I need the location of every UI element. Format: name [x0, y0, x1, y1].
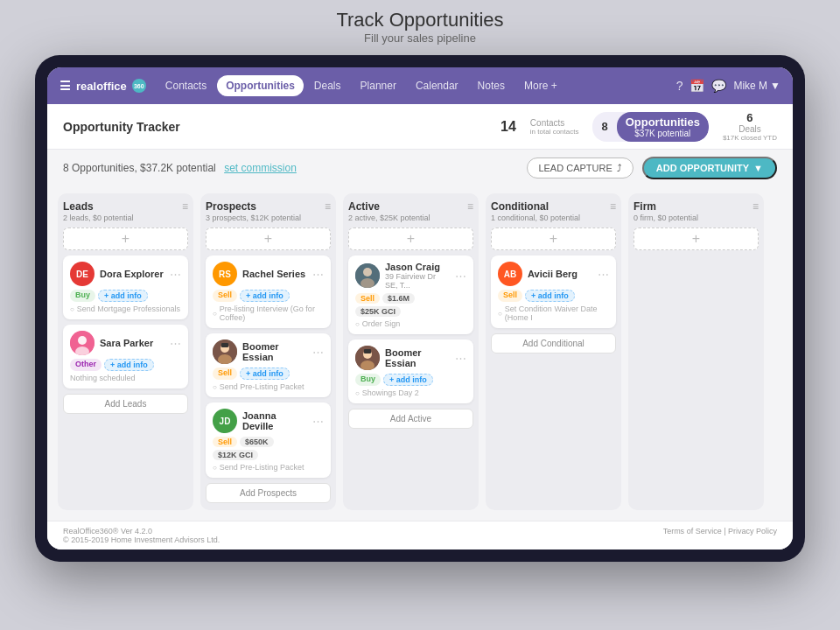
card-menu-avicii[interactable]: ⋯ — [598, 268, 609, 281]
navbar: ☰ realoffice 360 Contacts Opportunities … — [47, 67, 793, 104]
column-leads-subtitle: 2 leads, $0 potential — [63, 214, 134, 222]
calendar-icon[interactable]: 📅 — [690, 79, 704, 93]
tags-sara: Other + add info — [70, 359, 181, 371]
column-prospects-subtitle: 3 prospects, $12K potential — [206, 214, 301, 222]
opportunities-center: Opportunities $37K potential — [617, 112, 709, 142]
tag-add-rachel[interactable]: + add info — [240, 290, 290, 302]
nav-more[interactable]: More + — [515, 75, 566, 96]
name-avicii: Avicii Berg — [528, 269, 592, 279]
page-title: Track Opportunities — [336, 9, 503, 32]
status-jason: ○ Order Sign — [355, 319, 466, 328]
nav-planner[interactable]: Planner — [352, 75, 405, 96]
tags-boomer-p: Sell + add info — [213, 368, 324, 380]
card-jason-craig: Jason Craig 39 Fairview Dr SE, T... ⋯ Se… — [348, 256, 473, 334]
column-active-subtitle: 2 active, $25K potential — [348, 214, 430, 222]
card-menu-jason[interactable]: ⋯ — [455, 270, 466, 283]
tag-add-boomer-a[interactable]: + add info — [383, 374, 433, 386]
svg-point-8 — [363, 268, 372, 276]
column-leads-menu[interactable]: ≡ — [182, 200, 188, 213]
nav-links: Contacts Opportunities Deals Planner Cal… — [157, 75, 666, 96]
svg-rect-6 — [221, 343, 228, 347]
tag-price-joanna: $650K — [240, 437, 274, 447]
brand-text: realoffice — [76, 80, 127, 93]
status-dora: ○ Send Mortgage Professionals — [70, 304, 181, 313]
add-leads-button[interactable]: Add Leads — [63, 394, 188, 414]
column-active-menu[interactable]: ≡ — [467, 200, 473, 213]
page-title-area: Track Opportunities Fill your sales pipe… — [336, 9, 503, 45]
card-menu-joanna[interactable]: ⋯ — [312, 415, 324, 428]
user-name: Mike M — [733, 80, 767, 92]
column-conditional-menu[interactable]: ≡ — [610, 200, 616, 213]
add-active-button[interactable]: Add Active — [348, 409, 473, 429]
brand-360-badge: 360 — [132, 79, 146, 93]
card-dora-explorer: DE Dora Explorer ⋯ Buy + add info ○ Send… — [63, 256, 188, 319]
column-prospects-add[interactable]: + — [206, 228, 331, 250]
column-conditional-title: Conditional — [491, 200, 580, 213]
nav-calendar[interactable]: Calendar — [407, 75, 467, 96]
name-rachel: Rachel Series — [242, 269, 307, 279]
status-dot: ○ — [70, 305, 74, 313]
commission-link[interactable]: set commission — [224, 162, 297, 174]
address-jason: 39 Fairview Dr SE, T... — [385, 272, 450, 290]
card-avicii-berg: AB Avicii Berg ⋯ Sell + add info ○ Set C… — [491, 256, 616, 328]
avatar-boomer-p — [213, 340, 237, 364]
contacts-label: Contacts in total contacts — [530, 118, 579, 136]
column-leads-add[interactable]: + — [63, 228, 188, 250]
navbar-brand: ☰ realoffice 360 — [60, 79, 146, 93]
opportunity-tracker-title: Opportunity Tracker — [63, 120, 180, 134]
card-menu-dora[interactable]: ⋯ — [170, 268, 181, 281]
tag-buy-dora: Buy — [70, 290, 95, 302]
name-sara: Sara Parker — [100, 338, 164, 348]
tag-add-boomer-p[interactable]: + add info — [240, 368, 290, 380]
kanban-board: Leads 2 leads, $0 potential ≡ + DE Dora … — [47, 186, 793, 521]
tag-sell-rachel: Sell — [213, 290, 237, 302]
lead-capture-icon: ⤴ — [617, 163, 622, 173]
card-menu-sara[interactable]: ⋯ — [170, 337, 181, 350]
add-opportunity-button[interactable]: ADD OPPORTUNITY ▼ — [642, 157, 777, 179]
user-menu[interactable]: Mike M ▼ — [733, 80, 780, 92]
tag-other-sara: Other — [70, 359, 102, 371]
column-active-add[interactable]: + — [348, 228, 473, 250]
nav-contacts[interactable]: Contacts — [157, 75, 215, 96]
column-prospects-title: Prospects — [206, 200, 301, 213]
tag-add-sara[interactable]: + add info — [104, 359, 154, 371]
footer-right[interactable]: Terms of Service | Privacy Policy — [663, 527, 777, 544]
tag-gci-joanna: $12K GCI — [213, 450, 258, 460]
column-prospects-menu[interactable]: ≡ — [325, 200, 331, 213]
nav-deals[interactable]: Deals — [305, 75, 350, 96]
column-firm-add[interactable]: + — [634, 228, 759, 250]
card-menu-boomer-a[interactable]: ⋯ — [455, 352, 466, 365]
avatar-joanna: JD — [213, 409, 237, 433]
column-firm-menu[interactable]: ≡ — [752, 200, 759, 213]
tag-price-jason: $1.6M — [382, 293, 415, 304]
add-conditional-button[interactable]: Add Conditional — [491, 333, 616, 354]
tag-sell-boomer-p: Sell — [213, 368, 237, 380]
tag-add-dora[interactable]: + add info — [98, 290, 148, 302]
status-joanna: ○ Send Pre-Listing Packet — [213, 463, 324, 472]
card-rachel-series: RS Rachel Series ⋯ Sell + add info ○ Pre… — [206, 256, 331, 328]
column-active-header: Active 2 active, $25K potential ≡ — [348, 200, 473, 222]
tag-add-avicii[interactable]: + add info — [525, 290, 575, 302]
card-boomer-prospects: Boomer Essian ⋯ Sell + add info ○ Send P… — [206, 333, 331, 397]
hamburger-icon[interactable]: ☰ — [60, 79, 71, 93]
chat-icon[interactable]: 💬 — [711, 79, 726, 93]
column-conditional-add[interactable]: + — [491, 228, 616, 250]
svg-point-1 — [78, 336, 87, 345]
add-prospects-button[interactable]: Add Prospects — [206, 483, 331, 503]
card-menu-rachel[interactable]: ⋯ — [312, 268, 324, 281]
column-prospects: Prospects 3 prospects, $12K potential ≡ … — [200, 193, 336, 510]
nav-notes[interactable]: Notes — [469, 75, 514, 96]
avatar-jason — [355, 263, 380, 288]
footer-left: RealOffice360® Ver 4.2.0 © 2015-2019 Hom… — [63, 527, 220, 544]
nav-opportunities[interactable]: Opportunities — [217, 75, 304, 96]
toolbar-summary: 8 Opportunities, $37.2K potential set co… — [63, 162, 518, 174]
column-conditional: Conditional 1 conditional, $0 potential … — [486, 193, 621, 510]
name-joanna: Joanna Deville — [242, 410, 307, 431]
help-icon[interactable]: ? — [676, 79, 683, 93]
lead-capture-button[interactable]: LEAD CAPTURE ⤴ — [527, 158, 633, 178]
tag-sell-joanna: Sell — [213, 437, 237, 447]
page-subtitle: Fill your sales pipeline — [336, 32, 503, 45]
card-menu-boomer-p[interactable]: ⋯ — [312, 346, 324, 359]
avatar-rachel: RS — [213, 262, 237, 286]
deals-stat: 6 Deals $17K closed YTD — [723, 111, 777, 142]
